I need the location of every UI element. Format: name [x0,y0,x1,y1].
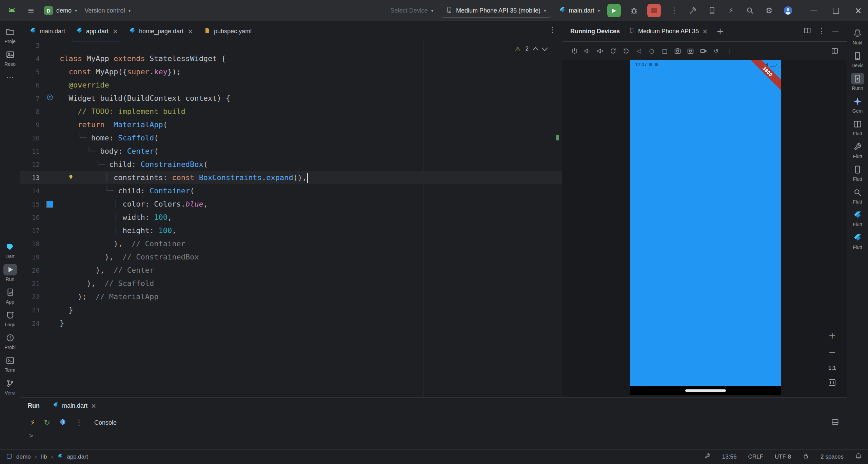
line-number[interactable]: 7 [20,95,40,102]
line-number[interactable]: 8 [20,108,40,115]
hide-panel-icon[interactable]: — [832,28,839,35]
run-tab-main-dart[interactable]: main.dart × [53,402,96,410]
tool-flutter-tools[interactable]: Flutt [851,139,864,161]
tab-pubspec.yaml[interactable]: pubspec.yaml [198,21,257,41]
notifications-icon[interactable] [855,453,862,461]
power-icon[interactable] [569,45,580,56]
layout-settings-icon[interactable] [831,418,839,427]
zoom-fit-button[interactable] [829,379,835,386]
override-gutter-icon[interactable] [46,94,53,102]
stop-button[interactable] [647,4,661,17]
color-preview-swatch[interactable] [46,201,53,208]
tool-resource-manager[interactable]: Reso [3,46,17,69]
volume-up-icon[interactable] [595,45,606,56]
line-number[interactable]: 12 [20,161,40,168]
inspection-widget[interactable]: ⚠ 2 [515,45,547,52]
breadcrumb-folder[interactable]: lib [41,453,47,460]
tool-version-control[interactable]: Versi [3,375,17,398]
back-icon[interactable]: ◁ [633,45,644,56]
line-number[interactable]: 4 [20,55,40,62]
project-selector[interactable]: D demo ▾ [44,6,77,15]
device-selector[interactable]: Medium Phone API 35 (mobile) ▾ [441,4,551,18]
line-number[interactable]: 18 [20,240,40,248]
line-number[interactable]: 16 [20,214,40,221]
more-options-icon[interactable]: ⋮ [818,27,825,35]
line-number[interactable]: 19 [20,253,40,261]
lock-icon[interactable] [803,453,809,461]
tab-app.dart[interactable]: app.dart× [71,21,123,41]
line-number[interactable]: 5 [20,68,40,76]
tool-gemini[interactable]: Gem [851,93,864,116]
tab-options-icon[interactable]: ⋮ [549,26,556,34]
select-device-dropdown[interactable]: Select Device ▾ [390,7,433,14]
add-device-tab-button[interactable]: + [716,27,724,36]
wrench-icon[interactable] [704,453,711,461]
overview-icon[interactable]: □ [659,45,670,56]
vcs-menu[interactable]: Version control ▾ [85,7,131,14]
line-number[interactable]: 11 [20,148,40,155]
more-actions-icon[interactable]: ⋮ [668,5,680,16]
tool-notifications[interactable]: Notif [851,25,864,48]
zoom-in-button[interactable]: + [829,331,836,340]
line-number[interactable]: 24 [20,320,40,327]
breadcrumb-file[interactable]: app.dart [67,453,88,460]
indent-setting[interactable]: 2 spaces [821,453,844,460]
prev-warning-icon[interactable] [532,47,538,53]
main-menu-icon[interactable]: ≡ [25,5,37,16]
line-number[interactable]: 3 [20,42,40,49]
hot-restart-icon[interactable]: ↻ [44,419,50,426]
tool-flutter-outline[interactable]: Flutt [851,116,864,139]
tool-flutter-performance[interactable]: Flutt [851,207,864,230]
debug-button[interactable] [628,5,640,16]
breadcrumb-project[interactable]: demo [16,453,31,460]
close-tab-icon[interactable]: × [188,28,193,35]
tool-run[interactable]: Run [3,262,17,284]
emulator-screen[interactable]: 12:07 3G 3800 [630,60,781,386]
line-number[interactable]: 9 [20,121,40,129]
intention-bulb-icon[interactable] [67,174,74,182]
maximize-button[interactable] [833,8,839,14]
home-icon[interactable]: ○ [646,45,657,56]
close-tab-icon[interactable]: × [113,28,118,35]
line-number[interactable]: 21 [20,280,40,287]
tool-terminal[interactable]: Term [3,352,17,375]
more-icon[interactable]: ⋮ [724,45,734,56]
line-ending[interactable]: CRLF [748,453,763,460]
volume-down-icon[interactable] [582,45,593,56]
line-number[interactable]: 17 [20,227,40,234]
line-number[interactable]: 13 [20,174,40,181]
tool-more-tools[interactable]: ⋯ [3,69,17,85]
search-everywhere-button[interactable] [744,5,756,16]
line-number[interactable]: 10 [20,134,40,142]
encoding[interactable]: UTF-8 [775,453,791,460]
tool-logcat[interactable]: Logc [3,307,17,330]
build-button[interactable] [687,5,699,16]
console-output[interactable]: > [20,431,847,440]
tool-flutter-inspector[interactable]: Flutt [851,184,864,207]
layout-icon[interactable] [804,27,811,36]
next-warning-icon[interactable] [541,45,548,51]
line-number[interactable]: 22 [20,293,40,301]
profiler-button[interactable]: ⚡ [725,5,737,16]
line-number[interactable]: 14 [20,187,40,195]
minimize-button[interactable]: — [810,7,817,14]
run-button[interactable]: ▶ [607,4,621,17]
screenshot-icon[interactable] [672,45,683,56]
tool-running-devices[interactable]: Runn [851,71,864,93]
line-number[interactable]: 20 [20,267,40,274]
close-tab-icon[interactable]: × [702,28,708,35]
tab-main.dart[interactable]: main.dart [24,21,71,41]
tool-problems[interactable]: Probl [3,330,17,352]
camera-icon[interactable] [685,45,696,56]
console-label[interactable]: Console [94,419,117,426]
rotate-left-icon[interactable] [608,45,618,56]
tab-home_page.dart[interactable]: home_page.dart× [123,21,198,41]
run-configuration[interactable]: main.dart ▾ [559,6,600,15]
hot-reload-icon[interactable]: ⚡ [30,419,35,426]
device-frame-icon[interactable] [829,45,840,56]
device-tab[interactable]: Medium Phone API 35 × [629,27,708,35]
record-icon[interactable] [698,45,709,56]
line-number[interactable]: 23 [20,306,40,314]
more-options-icon[interactable]: ⋮ [75,419,83,427]
zoom-out-button[interactable]: − [829,348,836,357]
